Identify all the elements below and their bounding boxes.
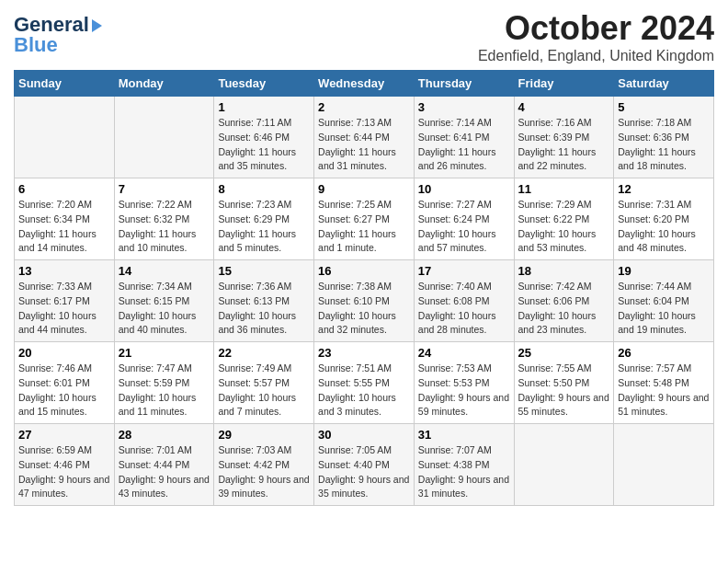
- day-number: 7: [119, 182, 210, 196]
- day-number: 5: [618, 100, 710, 114]
- day-number: 11: [518, 182, 610, 196]
- day-number: 17: [418, 264, 510, 278]
- weekday-header-wednesday: Wednesday: [314, 71, 415, 97]
- calendar-cell: 6Sunrise: 7:20 AMSunset: 6:34 PMDaylight…: [15, 178, 115, 260]
- calendar-cell: 25Sunrise: 7:55 AMSunset: 5:50 PMDayligh…: [514, 342, 614, 424]
- day-number: 12: [618, 182, 710, 196]
- weekday-header-row: SundayMondayTuesdayWednesdayThursdayFrid…: [15, 71, 714, 97]
- day-info: Sunrise: 7:44 AMSunset: 6:04 PMDaylight:…: [618, 280, 710, 338]
- weekday-header-sunday: Sunday: [15, 71, 115, 97]
- calendar-cell: 18Sunrise: 7:42 AMSunset: 6:06 PMDayligh…: [514, 260, 614, 342]
- day-info: Sunrise: 7:40 AMSunset: 6:08 PMDaylight:…: [418, 280, 510, 338]
- day-info: Sunrise: 7:11 AMSunset: 6:46 PMDaylight:…: [218, 116, 310, 174]
- calendar-cell: 11Sunrise: 7:29 AMSunset: 6:22 PMDayligh…: [514, 178, 614, 260]
- day-info: Sunrise: 7:29 AMSunset: 6:22 PMDaylight:…: [518, 198, 610, 256]
- day-number: 23: [318, 346, 410, 360]
- day-info: Sunrise: 7:42 AMSunset: 6:06 PMDaylight:…: [518, 280, 610, 338]
- calendar-cell: 29Sunrise: 7:03 AMSunset: 4:42 PMDayligh…: [214, 424, 314, 506]
- day-info: Sunrise: 7:49 AMSunset: 5:57 PMDaylight:…: [218, 362, 310, 419]
- day-number: 26: [618, 346, 710, 360]
- calendar-cell: 31Sunrise: 7:07 AMSunset: 4:38 PMDayligh…: [414, 424, 514, 506]
- day-info: Sunrise: 7:46 AMSunset: 6:01 PMDaylight:…: [18, 362, 110, 419]
- page-header: General Blue October 2024 Edenfield, Eng…: [14, 9, 714, 64]
- calendar-cell: 30Sunrise: 7:05 AMSunset: 4:40 PMDayligh…: [314, 424, 415, 506]
- day-info: Sunrise: 7:23 AMSunset: 6:29 PMDaylight:…: [218, 198, 310, 256]
- day-number: 4: [518, 100, 610, 114]
- day-number: 28: [119, 428, 210, 442]
- calendar-cell: 16Sunrise: 7:38 AMSunset: 6:10 PMDayligh…: [314, 260, 415, 342]
- day-info: Sunrise: 7:57 AMSunset: 5:48 PMDaylight:…: [618, 362, 710, 419]
- day-info: Sunrise: 7:55 AMSunset: 5:50 PMDaylight:…: [518, 362, 610, 419]
- calendar-cell: 1Sunrise: 7:11 AMSunset: 6:46 PMDaylight…: [214, 97, 314, 178]
- calendar-cell: [114, 97, 214, 178]
- calendar-week-1: 1Sunrise: 7:11 AMSunset: 6:46 PMDaylight…: [15, 97, 714, 178]
- day-number: 20: [18, 346, 110, 360]
- calendar-cell: 21Sunrise: 7:47 AMSunset: 5:59 PMDayligh…: [114, 342, 214, 424]
- day-info: Sunrise: 7:07 AMSunset: 4:38 PMDaylight:…: [418, 443, 510, 501]
- day-info: Sunrise: 7:36 AMSunset: 6:13 PMDaylight:…: [218, 280, 310, 338]
- day-number: 31: [418, 428, 510, 442]
- day-number: 18: [518, 264, 610, 278]
- day-number: 9: [318, 182, 410, 196]
- day-info: Sunrise: 7:03 AMSunset: 4:42 PMDaylight:…: [218, 443, 310, 501]
- logo-arrow-icon: [92, 19, 102, 32]
- calendar-cell: 4Sunrise: 7:16 AMSunset: 6:39 PMDaylight…: [514, 97, 614, 178]
- month-title: October 2024: [478, 9, 714, 48]
- weekday-header-thursday: Thursday: [414, 71, 514, 97]
- calendar-cell: [514, 424, 614, 506]
- logo-blue: Blue: [14, 33, 58, 57]
- weekday-header-friday: Friday: [514, 71, 614, 97]
- day-info: Sunrise: 7:16 AMSunset: 6:39 PMDaylight:…: [518, 116, 610, 174]
- calendar-cell: 9Sunrise: 7:25 AMSunset: 6:27 PMDaylight…: [314, 178, 415, 260]
- day-info: Sunrise: 7:53 AMSunset: 5:53 PMDaylight:…: [418, 362, 510, 419]
- day-number: 16: [318, 264, 410, 278]
- day-info: Sunrise: 7:01 AMSunset: 4:44 PMDaylight:…: [119, 443, 210, 501]
- calendar-body: 1Sunrise: 7:11 AMSunset: 6:46 PMDaylight…: [15, 97, 714, 506]
- day-info: Sunrise: 7:34 AMSunset: 6:15 PMDaylight:…: [119, 280, 210, 338]
- calendar-week-2: 6Sunrise: 7:20 AMSunset: 6:34 PMDaylight…: [15, 178, 714, 260]
- calendar-cell: 24Sunrise: 7:53 AMSunset: 5:53 PMDayligh…: [414, 342, 514, 424]
- day-number: 19: [618, 264, 710, 278]
- calendar-cell: 15Sunrise: 7:36 AMSunset: 6:13 PMDayligh…: [214, 260, 314, 342]
- day-number: 6: [18, 182, 110, 196]
- calendar-cell: 22Sunrise: 7:49 AMSunset: 5:57 PMDayligh…: [214, 342, 314, 424]
- day-info: Sunrise: 7:14 AMSunset: 6:41 PMDaylight:…: [418, 116, 510, 174]
- day-number: 29: [218, 428, 310, 442]
- day-number: 13: [18, 264, 110, 278]
- calendar-cell: 2Sunrise: 7:13 AMSunset: 6:44 PMDaylight…: [314, 97, 415, 178]
- day-info: Sunrise: 7:31 AMSunset: 6:20 PMDaylight:…: [618, 198, 710, 256]
- day-number: 2: [318, 100, 410, 114]
- calendar-table: SundayMondayTuesdayWednesdayThursdayFrid…: [14, 70, 714, 506]
- day-number: 10: [418, 182, 510, 196]
- calendar-cell: 27Sunrise: 6:59 AMSunset: 4:46 PMDayligh…: [15, 424, 115, 506]
- weekday-header-tuesday: Tuesday: [214, 71, 314, 97]
- weekday-header-monday: Monday: [114, 71, 214, 97]
- day-info: Sunrise: 7:27 AMSunset: 6:24 PMDaylight:…: [418, 198, 510, 256]
- title-section: October 2024 Edenfield, England, United …: [478, 9, 714, 64]
- day-info: Sunrise: 7:33 AMSunset: 6:17 PMDaylight:…: [18, 280, 110, 338]
- day-number: 22: [218, 346, 310, 360]
- calendar-cell: 28Sunrise: 7:01 AMSunset: 4:44 PMDayligh…: [114, 424, 214, 506]
- calendar-cell: 20Sunrise: 7:46 AMSunset: 6:01 PMDayligh…: [15, 342, 115, 424]
- calendar-cell: 26Sunrise: 7:57 AMSunset: 5:48 PMDayligh…: [614, 342, 714, 424]
- day-number: 30: [318, 428, 410, 442]
- calendar-cell: 14Sunrise: 7:34 AMSunset: 6:15 PMDayligh…: [114, 260, 214, 342]
- calendar-cell: [614, 424, 714, 506]
- day-number: 3: [418, 100, 510, 114]
- calendar-cell: 8Sunrise: 7:23 AMSunset: 6:29 PMDaylight…: [214, 178, 314, 260]
- day-info: Sunrise: 7:47 AMSunset: 5:59 PMDaylight:…: [119, 362, 210, 419]
- calendar-cell: 12Sunrise: 7:31 AMSunset: 6:20 PMDayligh…: [614, 178, 714, 260]
- calendar-cell: 3Sunrise: 7:14 AMSunset: 6:41 PMDaylight…: [414, 97, 514, 178]
- calendar-week-5: 27Sunrise: 6:59 AMSunset: 4:46 PMDayligh…: [15, 424, 714, 506]
- calendar-week-3: 13Sunrise: 7:33 AMSunset: 6:17 PMDayligh…: [15, 260, 714, 342]
- calendar-cell: 7Sunrise: 7:22 AMSunset: 6:32 PMDaylight…: [114, 178, 214, 260]
- day-number: 14: [119, 264, 210, 278]
- day-number: 1: [218, 100, 310, 114]
- calendar-cell: 10Sunrise: 7:27 AMSunset: 6:24 PMDayligh…: [414, 178, 514, 260]
- day-number: 24: [418, 346, 510, 360]
- logo: General Blue: [14, 9, 102, 57]
- day-number: 27: [18, 428, 110, 442]
- calendar-cell: [15, 97, 115, 178]
- day-info: Sunrise: 7:13 AMSunset: 6:44 PMDaylight:…: [318, 116, 410, 174]
- day-number: 8: [218, 182, 310, 196]
